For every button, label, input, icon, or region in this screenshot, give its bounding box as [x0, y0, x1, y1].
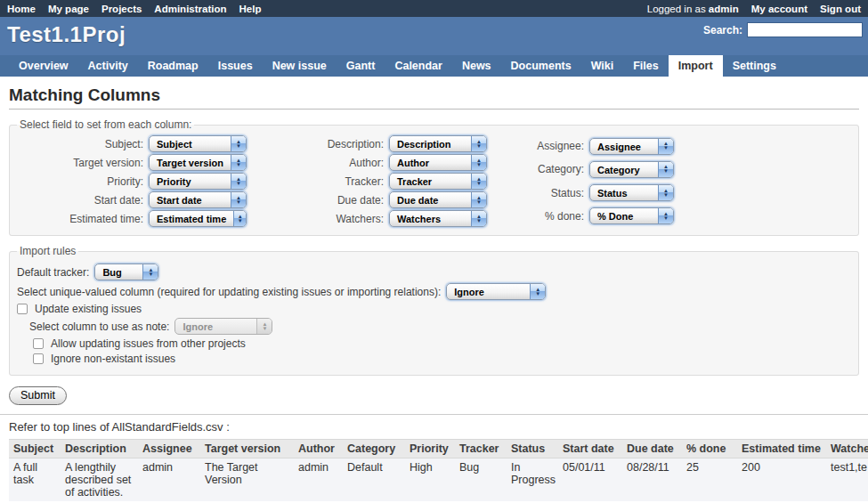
- field-mapping-grid: Subject:Subject▲▼Target version:Target v…: [17, 134, 851, 228]
- select-stepper-icon: ▲▼: [471, 211, 486, 226]
- tracker-select[interactable]: Tracker▲▼: [389, 173, 487, 190]
- top-menu-item-my-account[interactable]: My account: [751, 4, 807, 14]
- csv-cell: 05/01/11: [558, 458, 622, 502]
- mapping-row: Category:Category▲▼: [487, 158, 674, 181]
- tab-new-issue[interactable]: New issue: [263, 55, 337, 77]
- csv-col-header-description: Description: [61, 440, 138, 458]
- tab-activity[interactable]: Activity: [78, 55, 138, 77]
- select-stepper-icon: ▲▼: [471, 192, 486, 207]
- csv-col-header-done: % done: [682, 440, 737, 458]
- csv-col-header-start-date: Start date: [558, 440, 622, 458]
- default-tracker-select[interactable]: Bug ▲▼: [94, 264, 158, 280]
- done-label: % done:: [487, 205, 589, 228]
- field-mapping-legend: Select field to set from each column:: [17, 118, 194, 131]
- select-stepper-icon: ▲▼: [142, 264, 158, 280]
- top-menu-item-sign-out[interactable]: Sign out: [820, 4, 861, 14]
- allow-other-projects-label: Allow updating issues from other project…: [51, 337, 246, 350]
- csv-col-header-target-version: Target version: [200, 440, 294, 458]
- update-existing-label: Update existing issues: [35, 303, 142, 315]
- select-stepper-icon: ▲▼: [658, 208, 673, 223]
- mapping-row: Tracker:Tracker▲▼: [247, 172, 487, 191]
- csv-cell: The Target Version: [200, 458, 294, 502]
- due-date-select[interactable]: Due date▲▼: [389, 191, 487, 208]
- estimated-time-select[interactable]: Estimated time▲▼: [149, 210, 247, 227]
- csv-cell: Bug: [455, 458, 507, 502]
- update-existing-checkbox[interactable]: [17, 304, 28, 314]
- divider: [0, 414, 868, 415]
- csv-cell: A lengthily described set of activities.: [61, 458, 138, 502]
- tracker-label: Tracker:: [247, 172, 389, 191]
- top-menu-item-my-page[interactable]: My page: [48, 4, 89, 14]
- tab-calendar[interactable]: Calendar: [385, 55, 452, 77]
- csv-header-row: SubjectDescriptionAssigneeTarget version…: [9, 440, 868, 458]
- field-mapping-box: Select field to set from each column: Su…: [9, 118, 859, 236]
- mapping-row: Description:Description▲▼: [247, 134, 487, 153]
- csv-col-header-tracker: Tracker: [455, 440, 507, 458]
- top-menu-item-projects[interactable]: Projects: [101, 4, 142, 14]
- select-stepper-icon: ▲▼: [658, 162, 673, 177]
- top-menu-item-help[interactable]: Help: [239, 4, 262, 14]
- top-menu-left: HomeMy pageProjectsAdministrationHelp: [7, 4, 647, 14]
- select-stepper-icon: ▲▼: [471, 155, 486, 170]
- status-select[interactable]: Status▲▼: [589, 184, 674, 201]
- select-stepper-icon: ▲▼: [231, 155, 246, 170]
- mapping-row: Priority:Priority▲▼: [17, 172, 247, 191]
- mapping-column-3: Assignee:Assignee▲▼Category:Category▲▼St…: [487, 134, 674, 228]
- csv-col-header-due-date: Due date: [622, 440, 682, 458]
- description-select[interactable]: Description▲▼: [389, 135, 487, 152]
- ignore-nonexistent-checkbox[interactable]: [33, 353, 44, 364]
- subject-label: Subject:: [17, 134, 149, 153]
- csv-cell: 08/28/11: [622, 458, 682, 502]
- tab-gantt[interactable]: Gantt: [337, 55, 385, 77]
- top-menu-item-administration[interactable]: Administration: [154, 4, 226, 14]
- csv-col-header-assignee: Assignee: [138, 440, 200, 458]
- csv-col-header-watchers: Watchers: [826, 440, 868, 458]
- content: Matching Columns Select field to set fro…: [0, 77, 868, 503]
- watchers-select[interactable]: Watchers▲▼: [389, 210, 487, 227]
- submit-button[interactable]: Submit: [9, 386, 67, 405]
- tab-roadmap[interactable]: Roadmap: [138, 55, 208, 77]
- select-stepper-icon: ▲▼: [231, 174, 246, 189]
- note-column-select[interactable]: Ignore ▲▼: [174, 318, 272, 335]
- top-menu-item-home[interactable]: Home: [7, 4, 36, 14]
- tab-settings[interactable]: Settings: [723, 55, 786, 77]
- assignee-select[interactable]: Assignee▲▼: [589, 138, 674, 155]
- search-box: Search:: [703, 22, 863, 37]
- page-title: Matching Columns: [9, 85, 859, 110]
- select-stepper-icon: ▲▼: [231, 136, 246, 151]
- assignee-label: Assignee:: [487, 134, 589, 158]
- csv-row: A full taskA lengthily described set of …: [9, 458, 868, 502]
- description-label: Description:: [247, 134, 389, 153]
- tab-wiki[interactable]: Wiki: [581, 55, 624, 77]
- tab-news[interactable]: News: [452, 55, 501, 77]
- done-select[interactable]: % Done▲▼: [589, 207, 674, 224]
- unique-column-label: Select unique-valued column (required fo…: [17, 286, 441, 298]
- tab-documents[interactable]: Documents: [501, 55, 581, 77]
- csv-col-header-estimated-time: Estimated time: [737, 440, 826, 458]
- tab-issues[interactable]: Issues: [208, 55, 263, 77]
- subject-select[interactable]: Subject▲▼: [149, 135, 247, 152]
- start-date-select[interactable]: Start date▲▼: [149, 191, 247, 208]
- tab-files[interactable]: Files: [623, 55, 669, 77]
- target-version-select[interactable]: Target version▲▼: [149, 154, 247, 171]
- csv-cell: High: [405, 458, 455, 502]
- select-stepper-icon: ▲▼: [471, 136, 486, 151]
- tab-overview[interactable]: Overview: [9, 55, 78, 77]
- default-tracker-label: Default tracker:: [17, 266, 89, 279]
- author-select[interactable]: Author▲▼: [389, 154, 487, 171]
- priority-select[interactable]: Priority▲▼: [149, 173, 247, 190]
- allow-other-projects-checkbox[interactable]: [33, 338, 44, 349]
- header: Test1.1Proj Search:: [0, 17, 868, 55]
- start-date-label: Start date:: [17, 191, 149, 209]
- search-input[interactable]: [747, 22, 863, 37]
- csv-col-header-subject: Subject: [9, 440, 61, 458]
- import-rules-legend: Import rules: [17, 245, 78, 257]
- due-date-label: Due date:: [247, 191, 389, 209]
- tab-import[interactable]: Import: [669, 55, 723, 77]
- watchers-label: Watchers:: [247, 209, 389, 228]
- unique-column-select[interactable]: Ignore ▲▼: [446, 283, 546, 300]
- select-stepper-icon: ▲▼: [256, 319, 272, 334]
- import-rules-box: Import rules Default tracker: Bug ▲▼ Sel…: [9, 245, 859, 376]
- category-select[interactable]: Category▲▼: [589, 161, 674, 178]
- mapping-column-2: Description:Description▲▼Author:Author▲▼…: [247, 134, 487, 228]
